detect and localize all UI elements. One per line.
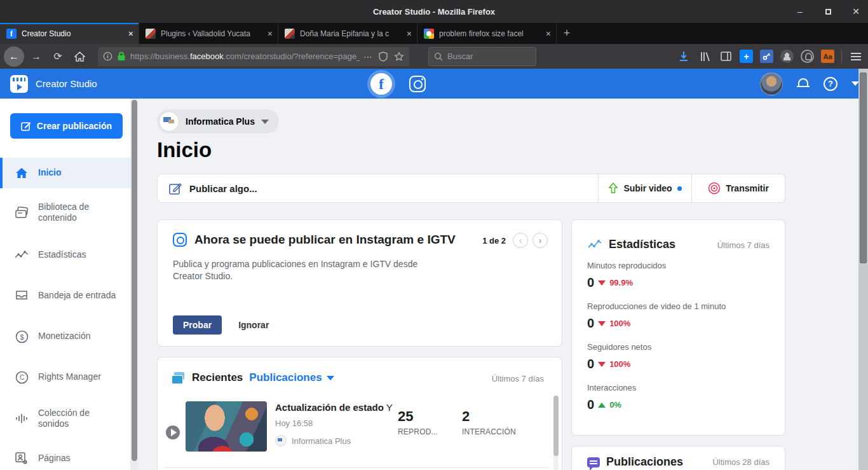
tab-creator-studio[interactable]: f Creator Studio × — [0, 23, 139, 44]
views-label: REPROD... — [398, 427, 438, 436]
search-bar[interactable]: Buscar — [428, 47, 536, 66]
url-bar[interactable]: https://business.facebook.com/creatorstu… — [98, 47, 409, 66]
play-button[interactable] — [166, 425, 180, 439]
metric-label: Reproducciones de video de 1 minuto — [587, 301, 726, 311]
stats-card: Estadísticas Últimos 7 días Minutos repr… — [571, 219, 785, 436]
speech-bubble-icon — [587, 457, 600, 467]
publish-something-button[interactable]: Publicar algo... — [158, 182, 598, 195]
page-info-icon[interactable] — [103, 52, 112, 61]
brand-name[interactable]: Creator Studio — [36, 78, 97, 89]
sidebar-scrollbar[interactable] — [130, 99, 139, 470]
pages-icon — [14, 452, 29, 465]
sidebar-item-label: Estadísticas — [38, 249, 86, 261]
broadcast-icon — [708, 182, 721, 195]
posts-filter-dropdown[interactable]: Publicaciones — [249, 371, 334, 384]
page-name: Informatica Plus — [186, 116, 255, 127]
bookmark-star-icon[interactable] — [394, 52, 404, 62]
facebook-favicon-icon: f — [6, 29, 17, 39]
sidebar-item-biblioteca[interactable]: Biblioteca de contenido — [0, 194, 130, 231]
user-avatar[interactable] — [760, 73, 783, 95]
trend-down-icon — [598, 321, 606, 326]
video-thumbnail[interactable] — [186, 401, 267, 452]
sidebar-item-label: Colección de sonidos — [38, 408, 121, 430]
recent-title: Recientes — [192, 371, 243, 384]
page-scrollbar-thumb[interactable] — [860, 73, 867, 263]
sidebar-item-coleccion-sonidos[interactable]: Colección de sonidos — [0, 400, 130, 437]
tab-problem-firefox[interactable]: problem firefox size facel × — [417, 23, 557, 44]
recent-scrollbar-thumb[interactable] — [553, 396, 559, 456]
publicaciones-card: Publicaciones Últimos 28 días — [571, 446, 785, 470]
row-divider — [164, 467, 549, 468]
recent-range: Últimos 7 días — [492, 374, 544, 384]
extension-ghost-icon[interactable] — [780, 50, 794, 63]
create-post-button[interactable]: Crear publicación — [10, 113, 123, 139]
close-button[interactable]: ✕ — [850, 6, 862, 17]
tab-title: Creator Studio — [22, 29, 125, 38]
sidebar-item-bandeja[interactable]: Bandeja de entrada — [0, 280, 130, 311]
back-button[interactable]: ← — [4, 46, 24, 67]
publish-placeholder: Publicar algo... — [189, 183, 257, 194]
tab-dona-maria[interactable]: Doña Maria Epifania y la c × — [278, 23, 417, 44]
page-selector[interactable]: Informatica Plus — [157, 109, 279, 134]
monetization-icon: $ — [14, 330, 29, 343]
maximize-button[interactable] — [822, 6, 834, 17]
promo-pager: 1 de 2 ‹ › — [482, 233, 548, 248]
minimize-button[interactable]: – — [794, 6, 806, 17]
publicaciones-title: Publicaciones — [606, 455, 683, 469]
tab-close-icon[interactable]: × — [546, 29, 551, 39]
try-button[interactable]: Probar — [173, 315, 222, 335]
extension-key-icon[interactable] — [760, 50, 773, 63]
instagram-platform-button[interactable] — [409, 76, 426, 92]
metric-label: Minutos reproducidos — [587, 261, 666, 270]
tab-plugins[interactable]: Plugins ‹ Valladolid Yucata × — [139, 23, 278, 44]
help-icon[interactable]: ? — [824, 77, 837, 91]
tab-close-icon[interactable]: × — [268, 29, 273, 39]
sidebar-item-label: Bandeja de entrada — [38, 290, 116, 301]
sidebar-item-paginas[interactable]: Páginas — [0, 443, 130, 470]
lock-icon[interactable] — [117, 52, 126, 61]
site-favicon-icon — [146, 29, 156, 39]
forward-button[interactable]: → — [27, 47, 46, 66]
library-button[interactable] — [698, 50, 712, 64]
facebook-platform-button[interactable]: f — [367, 70, 395, 98]
sidebar-scrollbar-thumb[interactable] — [132, 100, 137, 461]
ignore-button[interactable]: Ignorar — [238, 320, 269, 330]
metric-delta: 100% — [609, 359, 630, 369]
url-text[interactable]: https://business.facebook.com/creatorstu… — [130, 52, 360, 61]
sidebar-item-estadisticas[interactable]: Estadísticas — [0, 240, 130, 270]
posts-filter-label: Publicaciones — [249, 371, 322, 384]
tab-close-icon[interactable]: × — [128, 29, 133, 39]
create-post-label: Crear publicación — [37, 121, 112, 131]
sidebar-item-inicio[interactable]: Inicio — [0, 158, 130, 188]
platform-switcher: f — [367, 69, 426, 99]
downloads-button[interactable] — [677, 50, 691, 64]
sidebars-button[interactable] — [719, 50, 733, 64]
notifications-bell-icon[interactable] — [797, 78, 810, 90]
tab-close-icon[interactable]: × — [407, 29, 412, 39]
page-scrollbar[interactable] — [858, 69, 868, 470]
extension-lightbulb-icon[interactable] — [801, 50, 814, 63]
menu-button[interactable] — [849, 50, 863, 64]
extension-aa-icon[interactable]: Aa — [821, 50, 834, 63]
sidebar-item-rights-manager[interactable]: C Rights Manager — [0, 362, 130, 392]
recent-list-scrollbar[interactable] — [553, 396, 559, 470]
go-live-button[interactable]: Transmitir — [691, 174, 785, 202]
trend-down-icon — [598, 362, 606, 367]
reload-button[interactable]: ⟳ — [48, 47, 67, 66]
recent-posts-card: Recientes Publicaciones Últimos 7 días A… — [157, 357, 562, 470]
tracking-shield-icon[interactable] — [379, 52, 388, 62]
instagram-promo-card: Ahora se puede publicar en Instagram e I… — [157, 219, 562, 347]
metric-delta: 100% — [609, 319, 630, 328]
home-button[interactable] — [70, 47, 89, 66]
new-tab-button[interactable]: + — [557, 23, 577, 44]
post-title[interactable]: Actualización de estado Y — [275, 402, 393, 413]
pager-prev-button[interactable]: ‹ — [513, 233, 528, 248]
page-actions-icon[interactable]: ⋯ — [363, 52, 372, 62]
pager-next-button[interactable]: › — [532, 233, 548, 248]
extension-plus-icon[interactable]: + — [740, 50, 753, 63]
sidebar-item-monetizacion[interactable]: $ Monetización — [0, 321, 130, 352]
stats-range: Últimos 7 días — [717, 240, 770, 250]
upload-video-button[interactable]: Subir video — [598, 174, 691, 202]
insights-icon — [14, 250, 29, 260]
creator-studio-logo-icon[interactable] — [10, 75, 28, 93]
